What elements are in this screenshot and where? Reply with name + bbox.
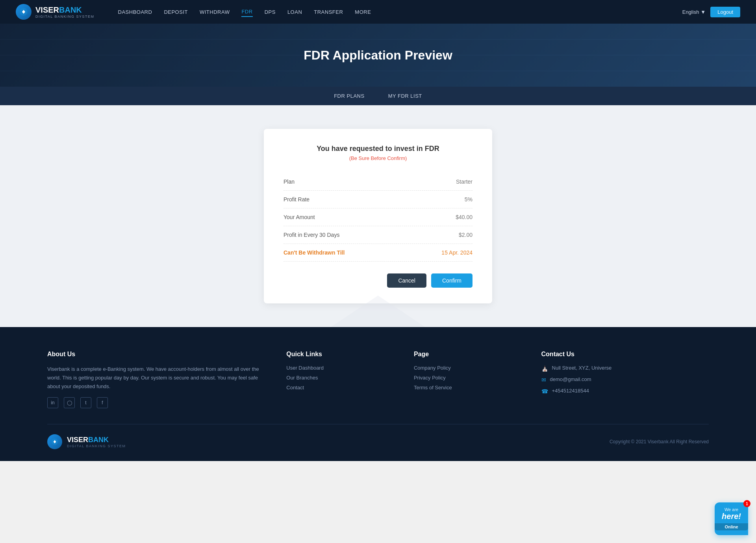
nav-more[interactable]: MORE (355, 7, 371, 17)
svg-point-3 (54, 441, 56, 443)
logout-button[interactable]: Logout (710, 7, 740, 17)
footer: About Us Viserbank is a complete e-Banki… (0, 327, 756, 461)
facebook-icon[interactable]: f (97, 397, 108, 408)
brand-logo-area: VISERBANK DIGITAL BANKING SYSTEM (16, 4, 94, 20)
label-amount: Your Amount (284, 214, 315, 220)
tab-fdr-plans[interactable]: FDR PLANS (330, 87, 368, 105)
nav-withdraw[interactable]: WITHDRAW (200, 7, 230, 17)
brand-icon (16, 4, 32, 20)
twitter-icon[interactable]: t (80, 397, 91, 408)
footer-bottom: VISERBANK DIGITAL BANKING SYSTEM Copyrig… (47, 424, 709, 449)
nav-transfer[interactable]: TRANSFER (314, 7, 343, 17)
value-profit-days: $2.00 (459, 232, 472, 238)
nav-right: English ▼ Logout (682, 7, 740, 17)
nav-links: DASHBOARD DEPOSIT WITHDRAW FDR DPS LOAN … (118, 7, 682, 17)
nav-deposit[interactable]: DEPOSIT (164, 7, 188, 17)
link-privacy-policy[interactable]: Privacy Policy (414, 375, 526, 381)
info-row-amount: Your Amount $40.00 (284, 208, 472, 226)
phone-icon: ☎ (541, 388, 548, 394)
link-user-dashboard[interactable]: User Dashboard (286, 365, 398, 371)
footer-page: Page Company Policy Privacy Policy Terms… (414, 351, 526, 408)
hero-banner: FDR Application Preview (0, 24, 756, 87)
confirm-button[interactable]: Confirm (431, 273, 472, 288)
link-company-policy[interactable]: Company Policy (414, 365, 526, 371)
value-plan: Starter (456, 179, 472, 185)
brand-name: VISERBANK (35, 6, 94, 15)
footer-about: About Us Viserbank is a complete e-Banki… (47, 351, 271, 408)
language-selector[interactable]: English ▼ (682, 9, 706, 15)
label-profit-days: Profit in Every 30 Days (284, 232, 339, 238)
info-row-plan: Plan Starter (284, 173, 472, 191)
value-amount: $40.00 (456, 214, 472, 220)
cancel-button[interactable]: Cancel (387, 273, 426, 288)
info-row-profit-days: Profit in Every 30 Days $2.00 (284, 226, 472, 244)
footer-about-desc: Viserbank is a complete e-Banking system… (47, 365, 271, 391)
footer-page-title: Page (414, 351, 526, 358)
contact-phone: ☎ +454512418544 (541, 388, 709, 394)
location-icon: ⛪ (541, 365, 548, 372)
instagram-icon[interactable]: ◯ (64, 397, 75, 408)
footer-quick-links-title: Quick Links (286, 351, 398, 358)
label-profit-rate: Profit Rate (284, 196, 309, 203)
footer-brand-tagline: DIGITAL BANKING SYSTEM (67, 444, 126, 448)
email-icon: ✉ (541, 377, 546, 383)
brand-text: VISERBANK DIGITAL BANKING SYSTEM (35, 6, 94, 19)
label-plan: Plan (284, 179, 295, 185)
nav-dashboard[interactable]: DASHBOARD (118, 7, 152, 17)
card-subtitle: (Be Sure Before Confirm) (284, 155, 472, 161)
footer-contact: Contact Us ⛪ Null Street, XYZ, Universe … (541, 351, 709, 408)
card-actions: Cancel Confirm (284, 273, 472, 288)
footer-top: About Us Viserbank is a complete e-Banki… (47, 351, 709, 424)
value-profit-rate: 5% (465, 196, 472, 203)
contact-email: ✉ demo@gmail.com (541, 376, 709, 383)
page-title: FDR Application Preview (304, 48, 452, 63)
link-terms-of-service[interactable]: Terms of Service (414, 385, 526, 391)
brand-tagline: DIGITAL BANKING SYSTEM (35, 15, 94, 19)
link-contact[interactable]: Contact (286, 385, 398, 391)
value-withdrawal: 15 Apr. 2024 (441, 249, 472, 256)
label-withdrawal: Can't Be Withdrawn Till (284, 249, 345, 256)
main-content: You have requested to invest in FDR (Be … (0, 105, 756, 327)
nav-fdr[interactable]: FDR (241, 7, 252, 17)
footer-quick-links: Quick Links User Dashboard Our Branches … (286, 351, 398, 408)
footer-brand-name: VISERBANK (67, 436, 126, 444)
contact-address: ⛪ Null Street, XYZ, Universe (541, 365, 709, 372)
tab-my-fdr-list[interactable]: MY FDR LIST (384, 87, 426, 105)
svg-point-1 (22, 11, 25, 13)
linkedin-icon[interactable]: in (47, 397, 58, 408)
footer-about-title: About Us (47, 351, 271, 358)
footer-contact-title: Contact Us (541, 351, 709, 358)
info-row-withdrawal: Can't Be Withdrawn Till 15 Apr. 2024 (284, 244, 472, 262)
confirm-card: You have requested to invest in FDR (Be … (264, 129, 492, 303)
nav-loan[interactable]: LOAN (287, 7, 302, 17)
chevron-down-icon: ▼ (700, 9, 706, 15)
social-icons: in ◯ t f (47, 397, 271, 408)
tabs-bar: FDR PLANS MY FDR LIST (0, 87, 756, 105)
info-row-profit-rate: Profit Rate 5% (284, 191, 472, 208)
copyright: Copyright © 2021 Viserbank All Right Res… (610, 439, 709, 444)
link-our-branches[interactable]: Our Branches (286, 375, 398, 381)
card-title: You have requested to invest in FDR (284, 145, 472, 153)
nav-dps[interactable]: DPS (265, 7, 276, 17)
footer-brand: VISERBANK DIGITAL BANKING SYSTEM (47, 434, 126, 449)
navbar: VISERBANK DIGITAL BANKING SYSTEM DASHBOA… (0, 0, 756, 24)
footer-logo (47, 434, 62, 449)
